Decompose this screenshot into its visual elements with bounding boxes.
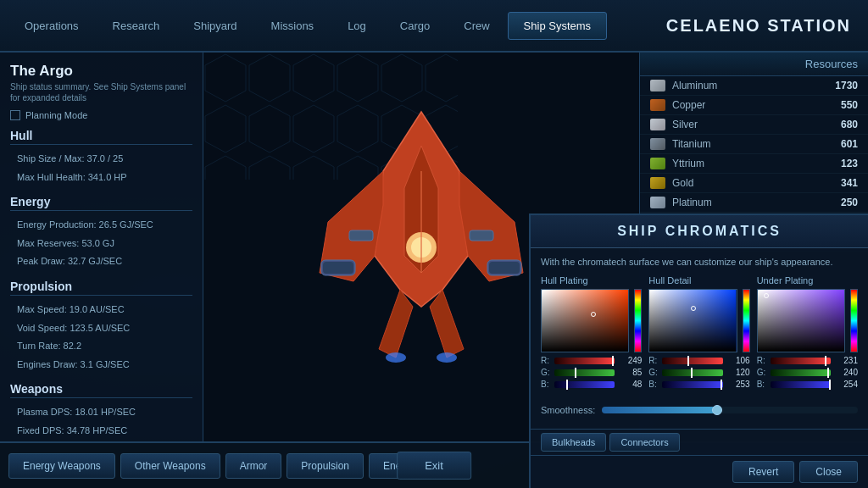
under-plating-r-bar[interactable]: [771, 358, 831, 364]
smoothness-thumb: [712, 405, 722, 415]
planning-mode-checkbox[interactable]: [10, 110, 20, 120]
under-plating-r-label: R:: [757, 356, 767, 365]
smoothness-label: Smoothness:: [541, 405, 595, 415]
under-plating-g-bar[interactable]: [771, 369, 831, 376]
planning-mode-label: Planning Mode: [25, 110, 87, 120]
energy-peak-stat: Peak Draw: 32.7 GJ/SEC: [10, 252, 192, 271]
under-plating-picker[interactable]: [757, 289, 845, 352]
hull-plating-r-label: R:: [541, 356, 551, 365]
svg-rect-17: [349, 230, 373, 241]
armor-button[interactable]: Armor: [225, 453, 282, 479]
chromatics-tabs: Bulkheads Connectors: [531, 429, 868, 455]
under-plating-dot: [764, 293, 769, 298]
hull-plating-gradient: [542, 290, 628, 352]
aluminum-name: Aluminum: [672, 80, 824, 92]
ship-subtitle: Ship status summary. See Ship Systems pa…: [10, 81, 192, 103]
other-weapons-button[interactable]: Other Weapons: [120, 453, 220, 479]
hull-plating-g-value: 85: [618, 368, 642, 377]
hull-detail-g-label: G:: [648, 368, 659, 377]
platinum-name: Platinum: [672, 197, 824, 208]
exit-button[interactable]: Exit: [397, 452, 471, 480]
tab-crew[interactable]: Crew: [448, 12, 505, 40]
top-navigation: Operations Research Shipyard Missions Lo…: [0, 0, 868, 53]
under-plating-g-value: 240: [834, 368, 858, 377]
hull-plating-b-value: 48: [618, 380, 642, 389]
titanium-value: 601: [824, 138, 858, 150]
chromatics-title: SHIP CHROMATICS: [531, 215, 868, 248]
resource-platinum: Platinum 250: [640, 193, 868, 213]
color-sections: Hull Plating: [541, 275, 858, 391]
tab-operations[interactable]: Operations: [8, 12, 95, 40]
under-plating-b-bar[interactable]: [771, 381, 831, 388]
resource-copper: Copper 550: [640, 96, 868, 115]
ship-chromatics-panel: SHIP CHROMATICS With the chromatech surf…: [529, 214, 868, 488]
tab-log[interactable]: Log: [331, 12, 382, 40]
hull-plating-b-bar[interactable]: [554, 381, 615, 388]
smoothness-fill: [602, 407, 717, 413]
svg-marker-12: [379, 290, 413, 358]
hull-detail-r-label: R:: [648, 356, 659, 365]
svg-rect-11: [489, 262, 520, 274]
under-plating-section: Under Plating: [757, 275, 858, 391]
hull-health-stat: Max Hull Health: 341.0 HP: [10, 169, 192, 187]
hull-detail-b-bar[interactable]: [662, 381, 722, 388]
hull-plating-picker[interactable]: [541, 289, 629, 352]
svg-rect-18: [470, 230, 493, 241]
under-plating-r-value: 231: [834, 356, 858, 365]
svg-point-15: [437, 352, 457, 363]
under-plating-hue-strip[interactable]: [850, 289, 858, 352]
tab-cargo[interactable]: Cargo: [384, 12, 446, 40]
gold-value: 341: [824, 177, 858, 189]
svg-rect-22: [649, 290, 736, 352]
chromatics-tab-bulkheads[interactable]: Bulkheads: [541, 433, 606, 452]
hull-detail-b-value: 253: [726, 380, 750, 389]
hull-plating-hue-strip[interactable]: [634, 289, 642, 352]
hull-detail-section: Hull Detail: [648, 275, 749, 391]
tab-missions[interactable]: Missions: [255, 12, 331, 40]
hull-plating-g-bar[interactable]: [554, 369, 615, 376]
hull-detail-r-value: 106: [726, 356, 750, 365]
tab-ship-systems[interactable]: Ship Systems: [508, 12, 607, 40]
under-plating-g-label: G:: [757, 368, 767, 377]
chromatics-close-button[interactable]: Close: [799, 461, 858, 483]
resource-gold: Gold 341: [640, 174, 868, 193]
hull-detail-picker[interactable]: [648, 289, 737, 352]
hull-plating-r-row: R: 249: [541, 356, 642, 365]
hull-plating-section: Hull Plating: [541, 275, 642, 391]
hull-detail-g-row: G: 120: [648, 368, 749, 377]
hull-detail-gradient: [649, 290, 736, 352]
hull-plating-title: Hull Plating: [541, 275, 642, 286]
propulsion-max-speed-stat: Max Speed: 19.0 AU/SEC: [10, 301, 192, 319]
nav-tabs: Operations Research Shipyard Missions Lo…: [8, 12, 666, 40]
tab-research[interactable]: Research: [97, 12, 176, 40]
platinum-icon: [650, 197, 665, 208]
propulsion-button[interactable]: Propulsion: [287, 453, 364, 479]
chromatics-revert-button[interactable]: Revert: [732, 461, 794, 483]
hull-plating-b-row: B: 48: [541, 380, 642, 389]
svg-rect-20: [542, 290, 628, 352]
svg-rect-24: [758, 290, 844, 352]
copper-icon: [650, 99, 665, 111]
energy-weapons-button[interactable]: Energy Weapons: [8, 453, 115, 479]
hull-plating-dot: [591, 312, 596, 317]
hull-section-title: Hull: [10, 129, 192, 145]
platinum-value: 250: [824, 197, 858, 208]
hull-detail-r-bar[interactable]: [662, 358, 722, 364]
hull-plating-picker-row: [541, 289, 642, 352]
chromatics-tab-connectors[interactable]: Connectors: [609, 433, 679, 452]
svg-point-14: [386, 352, 406, 363]
propulsion-void-speed-stat: Void Speed: 123.5 AU/SEC: [10, 319, 192, 338]
under-plating-title: Under Plating: [757, 275, 858, 286]
under-plating-b-label: B:: [757, 380, 767, 389]
hull-detail-g-value: 120: [726, 368, 750, 377]
yttrium-icon: [650, 158, 665, 169]
hull-detail-g-bar[interactable]: [662, 369, 722, 376]
under-plating-r-row: R: 231: [757, 356, 858, 365]
hull-detail-hue-strip[interactable]: [743, 289, 750, 352]
hull-detail-dot: [691, 306, 696, 311]
aluminum-icon: [650, 80, 665, 92]
hull-plating-r-value: 249: [618, 356, 642, 365]
hull-plating-r-bar[interactable]: [554, 358, 615, 364]
smoothness-slider[interactable]: [602, 407, 858, 413]
tab-shipyard[interactable]: Shipyard: [177, 12, 253, 40]
